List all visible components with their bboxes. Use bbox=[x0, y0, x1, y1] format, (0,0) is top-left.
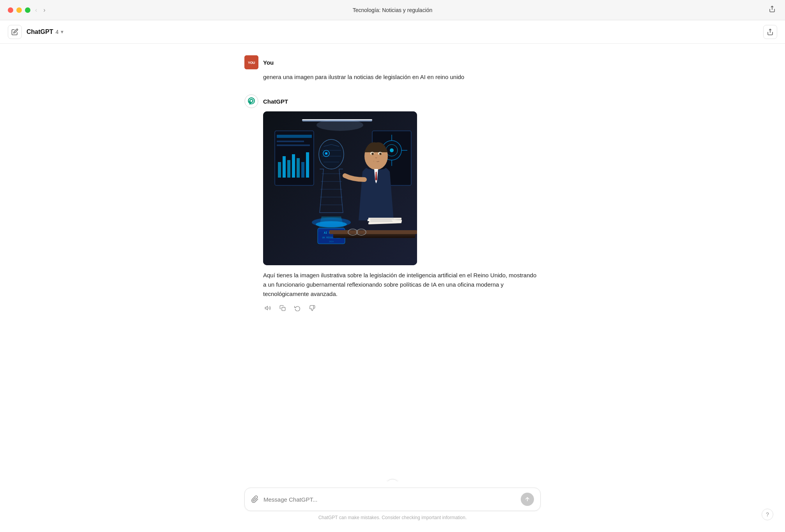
assistant-message: ChatGPT bbox=[237, 94, 548, 313]
input-area: ChatGPT can make mistakes. Consider chec… bbox=[0, 481, 785, 532]
chat-messages: YOU You genera una imagen para ilustrar … bbox=[237, 44, 548, 532]
share-button-title[interactable] bbox=[767, 4, 777, 16]
svg-point-55 bbox=[371, 161, 378, 165]
forward-button[interactable]: › bbox=[42, 5, 47, 15]
svg-rect-19 bbox=[306, 152, 309, 178]
message-input[interactable] bbox=[263, 496, 516, 503]
svg-rect-16 bbox=[292, 154, 295, 178]
assistant-message-header: ChatGPT bbox=[244, 94, 541, 108]
minimize-button[interactable] bbox=[16, 7, 22, 13]
version-dropdown[interactable]: ▾ bbox=[61, 29, 63, 35]
assistant-message-content: AI POLICY UK REGULATION 2024 bbox=[263, 111, 541, 313]
user-message-content: genera una imagen para ilustrar la notic… bbox=[263, 72, 541, 82]
svg-text:YOU: YOU bbox=[248, 61, 255, 65]
svg-rect-11 bbox=[277, 141, 304, 142]
svg-point-23 bbox=[390, 148, 394, 152]
generated-image: AI POLICY UK REGULATION 2024 bbox=[263, 111, 417, 265]
svg-rect-10 bbox=[277, 135, 312, 138]
back-button[interactable]: ‹ bbox=[34, 5, 39, 15]
svg-marker-69 bbox=[265, 306, 267, 310]
help-button[interactable]: ? bbox=[762, 509, 773, 520]
svg-point-53 bbox=[371, 153, 374, 155]
svg-rect-15 bbox=[287, 160, 290, 178]
svg-point-29 bbox=[320, 141, 342, 167]
share-button-app[interactable] bbox=[763, 25, 777, 39]
assistant-sender-name: ChatGPT bbox=[263, 98, 288, 105]
send-button[interactable] bbox=[521, 493, 534, 506]
traffic-lights: ‹ › bbox=[8, 5, 47, 15]
svg-rect-61 bbox=[368, 218, 401, 220]
user-avatar: YOU bbox=[244, 55, 258, 69]
chatgpt-avatar bbox=[244, 94, 258, 108]
app-title: ChatGPT 4 ▾ bbox=[27, 28, 63, 35]
attach-button[interactable] bbox=[251, 495, 259, 503]
svg-rect-17 bbox=[297, 158, 300, 178]
close-button[interactable] bbox=[8, 7, 13, 13]
svg-rect-70 bbox=[282, 307, 285, 311]
message-actions bbox=[263, 303, 541, 313]
maximize-button[interactable] bbox=[25, 7, 30, 13]
user-message: YOU You genera una imagen para ilustrar … bbox=[237, 55, 548, 82]
generated-image-container: AI POLICY UK REGULATION 2024 bbox=[263, 111, 541, 265]
copy-button[interactable] bbox=[278, 303, 287, 313]
svg-point-32 bbox=[325, 153, 327, 154]
svg-rect-14 bbox=[283, 156, 286, 178]
svg-rect-13 bbox=[278, 162, 281, 178]
svg-text:2024: 2024 bbox=[329, 240, 334, 243]
app-bar: ChatGPT 4 ▾ bbox=[0, 20, 785, 44]
user-message-header: YOU You bbox=[244, 55, 541, 69]
compose-button[interactable] bbox=[8, 25, 22, 39]
user-sender-name: You bbox=[263, 59, 274, 66]
speak-button[interactable] bbox=[263, 303, 272, 313]
svg-point-54 bbox=[379, 153, 382, 155]
window-title: Tecnología: Noticias y regulación bbox=[353, 7, 433, 13]
app-bar-left: ChatGPT 4 ▾ bbox=[8, 25, 63, 39]
app-bar-right bbox=[763, 25, 777, 39]
svg-rect-12 bbox=[277, 144, 310, 146]
svg-rect-18 bbox=[301, 162, 304, 178]
assistant-response-text: Aquí tienes la imagen ilustrativa sobre … bbox=[263, 271, 541, 299]
svg-point-5 bbox=[251, 100, 253, 102]
regenerate-button[interactable] bbox=[293, 303, 302, 313]
chat-container: YOU You genera una imagen para ilustrar … bbox=[0, 44, 785, 532]
svg-point-68 bbox=[316, 119, 363, 131]
svg-rect-57 bbox=[329, 230, 417, 234]
thumbdown-button[interactable] bbox=[308, 303, 317, 313]
disclaimer-text: ChatGPT can make mistakes. Consider chec… bbox=[318, 515, 467, 520]
title-bar: ‹ › Tecnología: Noticias y regulación bbox=[0, 0, 785, 20]
input-container bbox=[244, 488, 541, 511]
